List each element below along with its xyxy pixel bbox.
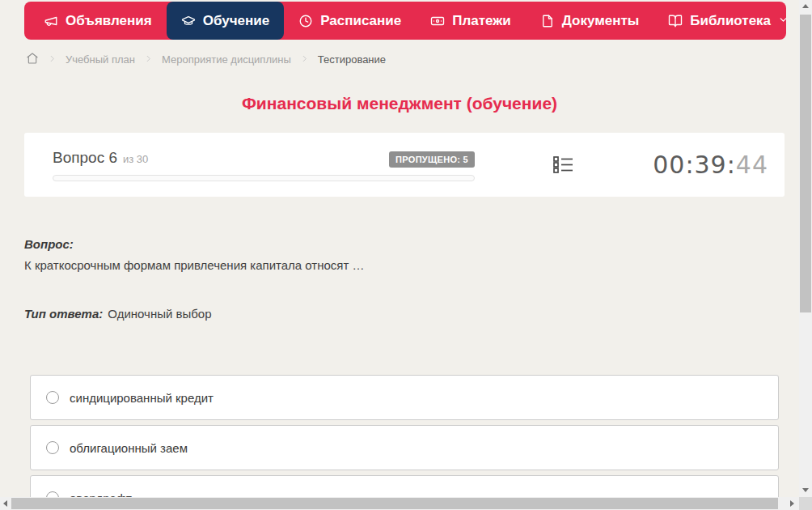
vertical-scrollbar[interactable] [799, 0, 812, 497]
question-total: из 30 [123, 153, 148, 165]
banknote-icon [430, 14, 445, 28]
book-icon [668, 14, 683, 28]
scroll-up-arrow-icon[interactable] [802, 4, 809, 8]
page-title: Финансовый менеджмент (обучение) [0, 94, 799, 113]
answer-type-value: Одиночный выбор [108, 307, 211, 321]
answer-type-label: Тип ответа: [24, 307, 103, 321]
radio-button[interactable] [46, 391, 59, 404]
countdown-timer: 00:39:44 [653, 151, 768, 179]
scroll-left-arrow-icon[interactable] [3, 500, 7, 507]
question-text: К краткосрочным формам привлечения капит… [24, 258, 752, 272]
breadcrumb: Учебный план Мероприятие дисциплины Тест… [26, 51, 386, 67]
nav-item-schedule[interactable]: Расписание [284, 2, 416, 40]
answer-option-1[interactable]: синдицированный кредит [30, 375, 779, 420]
vertical-scrollbar-thumb[interactable] [800, 15, 811, 312]
scroll-right-arrow-icon[interactable] [790, 500, 794, 507]
graduation-cap-icon [181, 14, 196, 28]
nav-label: Обучение [203, 13, 269, 29]
nav-item-payments[interactable]: Платежи [416, 2, 526, 40]
question-progress-block: Вопрос 6 из 30 ПРОПУЩЕНО: 5 [53, 149, 475, 181]
breadcrumb-testing: Тестирование [318, 53, 386, 66]
answer-options: синдицированный кредит облигационный зае… [30, 375, 779, 510]
nav-label: Документы [562, 13, 640, 29]
breadcrumb-separator-icon [48, 53, 57, 66]
breadcrumb-discipline-event[interactable]: Мероприятие дисциплины [162, 53, 291, 66]
horizontal-scrollbar-thumb[interactable] [11, 498, 778, 509]
progress-bar [53, 175, 475, 181]
scroll-down-arrow-icon[interactable] [802, 488, 809, 492]
nav-item-announcements[interactable]: Объявления [29, 2, 167, 40]
nav-label: Библиотека [690, 13, 771, 29]
breadcrumb-separator-icon [144, 53, 153, 66]
nav-label: Объявления [66, 13, 152, 29]
home-icon[interactable] [26, 52, 39, 67]
question-number: Вопрос 6 [53, 149, 117, 167]
timer-seconds: 44 [736, 151, 768, 179]
breadcrumb-study-plan[interactable]: Учебный план [66, 53, 135, 66]
chevron-down-icon [778, 13, 789, 29]
nav-item-documents[interactable]: Документы [526, 2, 654, 40]
main-nav: Объявления Обучение Расписание Платежи Д… [24, 2, 786, 40]
megaphone-icon [44, 14, 58, 28]
question-list-button[interactable] [552, 154, 574, 176]
document-icon [540, 14, 555, 28]
quiz-status-panel: Вопрос 6 из 30 ПРОПУЩЕНО: 5 00:39:44 [24, 133, 785, 197]
nav-item-learning[interactable]: Обучение [167, 2, 284, 40]
timer-main: 00:39: [653, 151, 736, 179]
nav-label: Платежи [452, 13, 511, 29]
answer-option-2[interactable]: облигационный заем [30, 425, 779, 470]
question-label: Вопрос: [24, 237, 74, 251]
nav-item-library[interactable]: Библиотека [653, 2, 803, 40]
answer-type-line: Тип ответа:Одиночный выбор [24, 307, 212, 321]
checklist-icon [552, 154, 574, 176]
radio-button[interactable] [46, 441, 59, 454]
horizontal-scrollbar[interactable] [0, 497, 799, 510]
nav-label: Расписание [320, 13, 401, 29]
answer-option-label: синдицированный кредит [70, 391, 214, 405]
clock-icon [298, 14, 313, 28]
answer-option-label: облигационный заем [70, 441, 188, 455]
breadcrumb-separator-icon [300, 53, 309, 66]
scrollbar-corner [799, 497, 812, 510]
skipped-badge: ПРОПУЩЕНО: 5 [389, 151, 475, 168]
